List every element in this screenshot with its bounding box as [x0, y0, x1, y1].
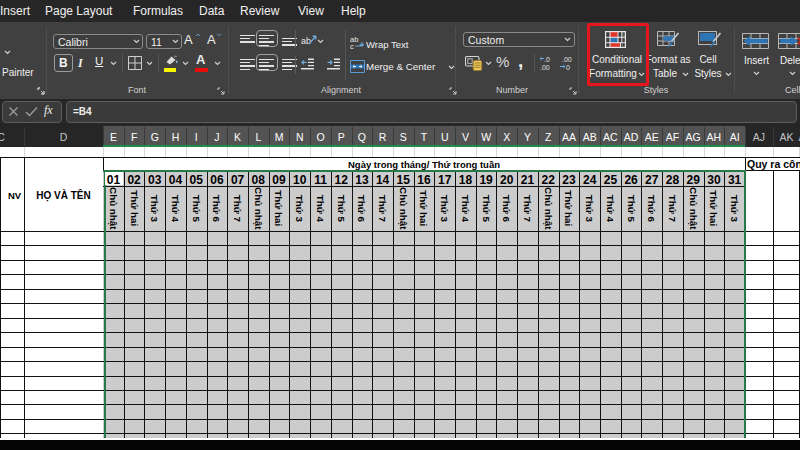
svg-text:19: 19 — [479, 173, 493, 187]
svg-text:AB: AB — [583, 131, 597, 143]
svg-text:V: V — [462, 131, 469, 143]
svg-text:Ngày trong tháng/ Thứ trong tu: Ngày trong tháng/ Thứ trong tuần — [348, 159, 500, 170]
svg-text:27: 27 — [645, 173, 659, 187]
svg-text:AK: AK — [779, 131, 793, 143]
svg-text:Thứ 4: Thứ 4 — [315, 195, 326, 223]
svg-text:11: 11 — [314, 173, 327, 187]
svg-text:18: 18 — [459, 173, 473, 187]
svg-text:03: 03 — [148, 173, 162, 187]
svg-text:Q: Q — [358, 131, 366, 143]
svg-text:Thứ hai: Thứ hai — [273, 190, 284, 226]
svg-text:12: 12 — [335, 173, 349, 187]
svg-text:04: 04 — [169, 173, 183, 187]
svg-text:Thứ 4: Thứ 4 — [170, 195, 181, 223]
svg-text:AI: AI — [730, 131, 740, 143]
svg-text:Thứ 3: Thứ 3 — [439, 195, 450, 223]
svg-text:26: 26 — [624, 173, 638, 187]
svg-text:25: 25 — [604, 173, 618, 187]
svg-text:Thứ 5: Thứ 5 — [626, 195, 637, 223]
svg-text:06: 06 — [210, 173, 224, 187]
svg-text:ab: ab — [301, 36, 311, 46]
svg-text:Thứ 6: Thứ 6 — [211, 195, 222, 223]
svg-text:.0: .0 — [544, 56, 550, 63]
svg-text:M: M — [275, 131, 284, 143]
svg-text:Thứ hai: Thứ hai — [563, 190, 574, 226]
svg-text:09: 09 — [272, 173, 286, 187]
svg-text:W: W — [481, 131, 491, 143]
svg-text:G: G — [151, 131, 159, 143]
svg-text:Chủ nhật: Chủ nhật — [108, 187, 119, 230]
svg-text:AH: AH — [707, 131, 722, 143]
svg-text:S: S — [400, 131, 407, 143]
svg-text:F: F — [131, 131, 137, 143]
svg-text:Quy ra công: Quy ra công — [747, 158, 800, 170]
svg-text:.00: .00 — [540, 64, 550, 71]
svg-text:P: P — [338, 131, 345, 143]
svg-text:28: 28 — [666, 173, 680, 187]
svg-text:15: 15 — [397, 173, 411, 187]
svg-text:U: U — [441, 131, 449, 143]
svg-text:24: 24 — [583, 173, 597, 187]
svg-text:Thứ 6: Thứ 6 — [501, 195, 512, 223]
svg-text:Thứ 4: Thứ 4 — [605, 195, 616, 223]
svg-text:Chủ nhật: Chủ nhật — [688, 187, 699, 230]
svg-text:c: c — [350, 42, 354, 50]
svg-text:AE: AE — [645, 131, 659, 143]
svg-text:D: D — [60, 131, 68, 143]
svg-text:.00: .00 — [562, 56, 572, 63]
svg-text:Thứ 5: Thứ 5 — [191, 195, 202, 223]
svg-text:0: 0 — [566, 64, 570, 71]
svg-text:Thứ 7: Thứ 7 — [377, 195, 388, 223]
svg-text:29: 29 — [687, 173, 701, 187]
svg-text:I: I — [195, 131, 198, 143]
svg-text:22: 22 — [542, 173, 556, 187]
svg-text:NV: NV — [8, 190, 22, 201]
svg-text:Thứ 3: Thứ 3 — [149, 195, 160, 223]
svg-text:J: J — [214, 131, 219, 143]
svg-text:AF: AF — [666, 131, 679, 143]
svg-text:Thứ 6: Thứ 6 — [356, 195, 367, 223]
svg-text:Thứ hai: Thứ hai — [418, 190, 429, 226]
svg-text:01: 01 — [107, 173, 121, 187]
svg-text:Chủ nhật: Chủ nhật — [253, 187, 264, 230]
svg-text:16: 16 — [417, 173, 431, 187]
svg-text:Thứ hai: Thứ hai — [129, 190, 140, 226]
svg-text:X: X — [503, 131, 510, 143]
svg-text:17: 17 — [438, 173, 452, 187]
svg-text:23: 23 — [562, 173, 576, 187]
svg-text:AG: AG — [686, 131, 701, 143]
svg-text:Thứ 7: Thứ 7 — [667, 195, 678, 223]
svg-text:31: 31 — [728, 173, 742, 187]
svg-text:Chủ nhật: Chủ nhật — [543, 187, 554, 230]
svg-text:H: H — [172, 131, 180, 143]
svg-text:05: 05 — [190, 173, 204, 187]
svg-text:E: E — [110, 131, 117, 143]
svg-text:K: K — [234, 131, 241, 143]
svg-text:AA: AA — [562, 131, 576, 143]
svg-text:C: C — [0, 131, 5, 143]
svg-text:AJ: AJ — [753, 131, 765, 143]
svg-text:Thứ hai: Thứ hai — [708, 190, 719, 226]
svg-text:Thứ 6: Thứ 6 — [646, 195, 657, 223]
svg-text:AC: AC — [603, 131, 618, 143]
svg-text:30: 30 — [707, 173, 721, 187]
svg-text:Thứ 3: Thứ 3 — [729, 195, 740, 223]
svg-text:Thứ 5: Thứ 5 — [336, 195, 347, 223]
svg-text:Thứ 7: Thứ 7 — [232, 195, 243, 223]
svg-text:Thứ 7: Thứ 7 — [522, 195, 533, 223]
svg-text:O: O — [316, 131, 324, 143]
svg-text:14: 14 — [376, 173, 390, 187]
svg-text:20: 20 — [500, 173, 514, 187]
svg-text:HỌ VÀ TÊN: HỌ VÀ TÊN — [36, 189, 90, 202]
svg-text:Chủ nhật: Chủ nhật — [398, 187, 409, 230]
svg-text:AD: AD — [624, 131, 639, 143]
svg-text:Y: Y — [524, 131, 531, 143]
svg-text:L: L — [255, 131, 261, 143]
svg-text:07: 07 — [231, 173, 245, 187]
svg-text:T: T — [421, 131, 428, 143]
svg-text:Z: Z — [545, 131, 552, 143]
svg-text:21: 21 — [521, 173, 535, 187]
svg-text:08: 08 — [252, 173, 266, 187]
svg-text:02: 02 — [127, 173, 141, 187]
svg-text:Thứ 5: Thứ 5 — [481, 195, 492, 223]
